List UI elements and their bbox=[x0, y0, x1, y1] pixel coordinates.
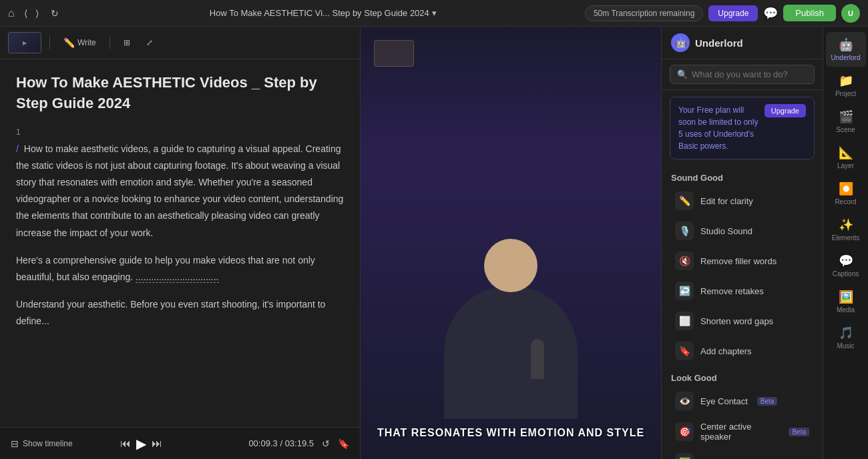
feature-eye-contact[interactable]: 👁️ Eye Contact Beta bbox=[666, 386, 819, 416]
sidebar-item-project[interactable]: 📁 Project bbox=[826, 68, 866, 103]
sidebar-item-music[interactable]: 🎵 Music bbox=[826, 320, 866, 355]
skip-back-button[interactable]: ⏮ bbox=[120, 438, 131, 450]
captions-bar-label: Captions bbox=[833, 270, 859, 278]
feature-shorten-gaps[interactable]: ⬜ Shorten word gaps bbox=[666, 306, 819, 336]
right-panel: 🤖 Underlord 🔍 Your Free plan will soon b… bbox=[661, 27, 868, 459]
transcript-paragraph-3: Understand your aesthetic. Before you ev… bbox=[16, 296, 344, 330]
playback-controls: ⏮ ▶ ⏭ bbox=[120, 436, 162, 452]
thumbnail-1[interactable]: ▶ bbox=[8, 32, 41, 53]
sidebar-item-underlord[interactable]: 🤖 Underlord bbox=[826, 32, 866, 67]
rewind-button[interactable]: ↺ bbox=[322, 438, 330, 449]
underlord-search: 🔍 bbox=[662, 59, 823, 90]
transcript-panel: ▶ ✏️ Write ⊞ ⤢ How To Make AESTHETIC Vid… bbox=[0, 27, 361, 459]
transcript-toolbar: ▶ ✏️ Write ⊞ ⤢ bbox=[0, 27, 360, 59]
sidebar-item-media[interactable]: 🖼️ Media bbox=[826, 284, 866, 319]
video-preview: THAT RESONATES WITH EMOTION AND STYLE bbox=[361, 27, 661, 459]
look-good-header: Look Good bbox=[662, 366, 823, 386]
underlord-bar-icon: 🤖 bbox=[839, 37, 853, 52]
sound-good-header: Sound Good bbox=[662, 166, 823, 185]
shorten-gaps-icon: ⬜ bbox=[675, 312, 694, 330]
bookmark-button[interactable]: 🔖 bbox=[338, 438, 349, 449]
layer-bar-label: Layer bbox=[837, 162, 854, 169]
nav-back-button[interactable]: ⟨ bbox=[21, 7, 30, 20]
underlord-header: 🤖 Underlord bbox=[662, 27, 823, 59]
segment-icon: / bbox=[16, 141, 19, 157]
feature-edit-clarity[interactable]: ✏️ Edit for clarity bbox=[666, 186, 819, 215]
feature-remove-retakes[interactable]: ↩️ Remove retakes bbox=[666, 276, 819, 306]
nav-forward-button[interactable]: ⟩ bbox=[33, 7, 41, 20]
transcript-paragraph-2: Here's a comprehensive guide to help you… bbox=[16, 252, 344, 286]
timeline-toggle[interactable]: ⊟ Show timeline bbox=[11, 438, 73, 449]
center-speaker-icon: 🎯 bbox=[675, 422, 694, 441]
center-speaker-beta-badge: Beta bbox=[789, 428, 809, 436]
elements-bar-label: Elements bbox=[832, 234, 860, 242]
remove-filler-label: Remove filler words bbox=[700, 256, 777, 266]
feature-center-speaker[interactable]: 🎯 Center active speaker Beta bbox=[666, 416, 819, 447]
music-bar-label: Music bbox=[837, 342, 854, 350]
eye-contact-icon: 👁️ bbox=[675, 392, 694, 410]
upgrade-button[interactable]: Upgrade bbox=[708, 5, 758, 21]
play-button[interactable]: ▶ bbox=[136, 436, 146, 452]
layout-button[interactable]: ⊞ bbox=[118, 35, 136, 50]
add-chapters-label: Add chapters bbox=[700, 346, 752, 356]
transcript-content: How To Make AESTHETIC Videos _ Step by S… bbox=[0, 59, 360, 427]
upgrade-banner-text: Your Free plan will soon be limited to o… bbox=[678, 104, 759, 152]
remove-retakes-icon: ↩️ bbox=[675, 282, 694, 300]
feature-studio-sound[interactable]: 🎙️ Studio Sound bbox=[666, 216, 819, 246]
underlord-content: Sound Good ✏️ Edit for clarity 🎙️ Studio… bbox=[662, 166, 823, 459]
search-box[interactable]: 🔍 bbox=[670, 65, 815, 84]
scene-bar-label: Scene bbox=[836, 126, 855, 133]
video-panel: THAT RESONATES WITH EMOTION AND STYLE bbox=[361, 27, 661, 459]
media-bar-label: Media bbox=[837, 306, 855, 314]
underlord-title: Underlord bbox=[695, 37, 743, 49]
expand-icon: ⤢ bbox=[146, 38, 153, 47]
title-dropdown[interactable]: How To Make AESTHETIC Vi... Step by Step… bbox=[210, 8, 437, 18]
topbar-left: ⌂ ⟨ ⟩ ↻ bbox=[8, 7, 61, 20]
add-chapters-icon: 🔖 bbox=[675, 342, 694, 360]
sidebar-item-captions[interactable]: 💬 Captions bbox=[826, 248, 866, 283]
scene-bar-icon: 🎬 bbox=[839, 109, 853, 124]
transcription-badge: 50m Transcription remaining bbox=[585, 5, 703, 21]
topbar: ⌂ ⟨ ⟩ ↻ How To Make AESTHETIC Vi... Step… bbox=[0, 0, 868, 27]
media-bar-icon: 🖼️ bbox=[839, 290, 853, 304]
studio-sound-icon: 🎙️ bbox=[675, 221, 694, 240]
main-area: ▶ ✏️ Write ⊞ ⤢ How To Make AESTHETIC Vid… bbox=[0, 27, 868, 459]
underlord-bar-label: Underlord bbox=[831, 54, 861, 61]
dropdown-arrow-icon: ▾ bbox=[432, 8, 437, 18]
toolbar-divider-1 bbox=[49, 36, 50, 49]
sidebar-item-scene[interactable]: 🎬 Scene bbox=[826, 104, 866, 139]
sidebar-item-record[interactable]: ⏺️ Record bbox=[826, 176, 866, 211]
upgrade-banner-button[interactable]: Upgrade bbox=[765, 104, 806, 117]
home-icon[interactable]: ⌂ bbox=[8, 7, 15, 19]
edit-clarity-icon: ✏️ bbox=[675, 191, 694, 210]
icon-bar: 🤖 Underlord 📁 Project 🎬 Scene 📐 Layer ⏺️… bbox=[823, 27, 868, 459]
topbar-center: How To Make AESTHETIC Vi... Step by Step… bbox=[210, 8, 437, 18]
upgrade-banner: Your Free plan will soon be limited to o… bbox=[670, 97, 815, 159]
studio-sound-label: Studio Sound bbox=[700, 226, 752, 236]
feature-add-chapters[interactable]: 🔖 Add chapters bbox=[666, 336, 819, 366]
underlord-avatar: 🤖 bbox=[671, 33, 690, 52]
record-bar-label: Record bbox=[835, 198, 856, 205]
expand-button[interactable]: ⤢ bbox=[141, 35, 158, 50]
skip-forward-button[interactable]: ⏭ bbox=[152, 438, 162, 450]
publish-button[interactable]: Publish bbox=[783, 5, 836, 21]
comment-icon[interactable]: 💬 bbox=[763, 6, 778, 21]
transcript-body: / How to make aesthetic videos, a guide … bbox=[16, 141, 344, 330]
write-button[interactable]: ✏️ Write bbox=[58, 35, 101, 51]
bottom-controls: ⊟ Show timeline ⏮ ▶ ⏭ 00:09.3 / 03:19.5 … bbox=[0, 427, 360, 459]
feature-green-screen[interactable]: 🟩 Green screen bbox=[666, 448, 819, 459]
refresh-button[interactable]: ↻ bbox=[48, 7, 61, 20]
record-bar-icon: ⏺️ bbox=[839, 181, 853, 196]
center-speaker-label: Center active speaker bbox=[700, 422, 779, 442]
eye-contact-beta-badge: Beta bbox=[757, 397, 778, 406]
search-icon: 🔍 bbox=[677, 69, 688, 79]
sidebar-item-elements[interactable]: ✨ Elements bbox=[826, 212, 866, 247]
time-display: 00:09.3 / 03:19.5 bbox=[248, 438, 314, 448]
timeline-icon: ⊟ bbox=[11, 438, 19, 449]
search-input[interactable] bbox=[692, 69, 807, 79]
green-screen-icon: 🟩 bbox=[675, 453, 694, 459]
eye-contact-label: Eye Contact bbox=[700, 396, 748, 406]
underlord-panel: 🤖 Underlord 🔍 Your Free plan will soon b… bbox=[662, 27, 823, 459]
sidebar-item-layer[interactable]: 📐 Layer bbox=[826, 140, 866, 175]
feature-remove-filler[interactable]: 🔇 Remove filler words bbox=[666, 246, 819, 276]
